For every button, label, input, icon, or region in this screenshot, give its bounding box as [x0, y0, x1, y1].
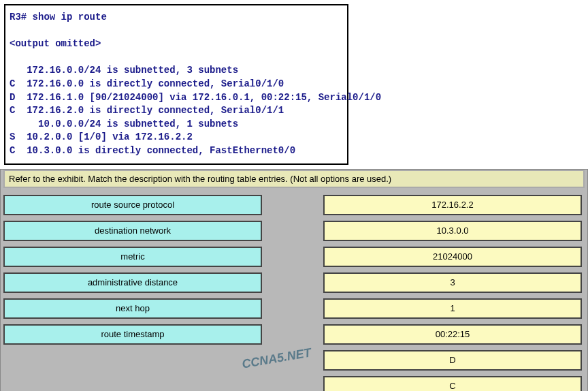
option-item[interactable]: 00:22:15 [323, 324, 582, 345]
exercise-panel: Refer to the exhibit. Match the descript… [0, 169, 588, 391]
description-item[interactable]: route source protocol [3, 195, 262, 215]
option-item[interactable]: 21024000 [323, 247, 582, 267]
description-item[interactable]: destination network [3, 221, 262, 241]
terminal-line: R3# show ip route [10, 12, 107, 22]
terminal-line: 10.0.0.0/24 is subnetted, 1 subnets [10, 119, 238, 129]
descriptions-column: route source protocol destination networ… [3, 195, 262, 350]
description-item[interactable]: administrative distance [3, 272, 262, 293]
description-item[interactable]: next hop [3, 298, 262, 319]
option-item[interactable]: C [323, 376, 582, 391]
terminal-line: <output omitted> [10, 38, 101, 49]
option-item[interactable]: D [323, 350, 582, 371]
option-item[interactable]: 1 [323, 298, 582, 319]
terminal-line: 172.16.0.0/24 is subnetted, 3 subnets [10, 65, 238, 76]
options-column: 172.16.2.2 10.3.0.0 21024000 3 1 00:22:1… [323, 195, 582, 391]
option-item[interactable]: 10.3.0.0 [323, 221, 582, 241]
description-item[interactable]: metric [3, 247, 262, 267]
option-item[interactable]: 3 [323, 272, 582, 293]
terminal-line: S 10.2.0.0 [1/0] via 172.16.2.2 [10, 131, 193, 142]
option-item[interactable]: 172.16.2.2 [323, 195, 582, 215]
terminal-output: R3# show ip route <output omitted> 172.1… [4, 4, 348, 165]
instructions-text: Refer to the exhibit. Match the descript… [3, 170, 585, 188]
terminal-line: C 10.3.0.0 is directly connected, FastEt… [10, 145, 295, 156]
terminal-line: C 172.16.2.0 is directly connected, Seri… [10, 105, 284, 116]
terminal-line: C 172.16.0.0 is directly connected, Seri… [10, 78, 284, 89]
terminal-line: D 172.16.1.0 [90/21024000] via 172.16.0.… [10, 92, 381, 103]
description-item[interactable]: route timestamp [3, 324, 262, 345]
